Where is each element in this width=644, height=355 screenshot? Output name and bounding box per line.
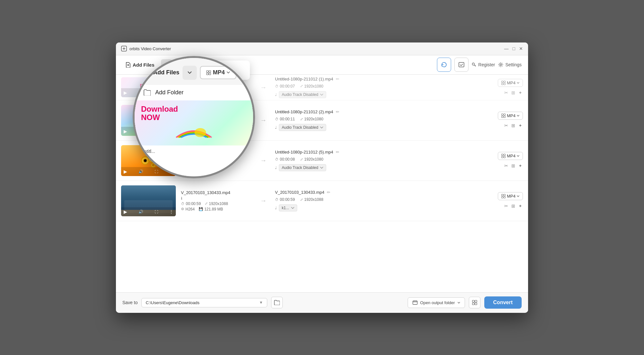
wand-button[interactable]: ✦ <box>518 89 523 96</box>
dropdown-chevron-icon <box>320 94 323 96</box>
calendar-icon <box>412 300 418 305</box>
play-icon[interactable]: ▶ <box>124 169 127 174</box>
input-codec: H264 <box>185 207 195 211</box>
browse-folder-button[interactable] <box>271 297 283 308</box>
open-output-folder-button[interactable]: Open output folder <box>408 297 465 308</box>
file-info-4: V_20170103_130433.mp4 ℹ ⏱ 00:00:59 ⤢ <box>181 190 252 211</box>
svg-rect-36 <box>207 70 209 72</box>
mag-add-file-icon <box>144 69 151 76</box>
wand-button[interactable]: ✦ <box>518 122 523 129</box>
edit-settings-button[interactable]: ⊞ <box>511 203 516 209</box>
input-filename: V_20170103_130433.mp4 <box>181 190 249 195</box>
mag-add-files: Add Files <box>144 69 179 76</box>
format-col-1: MP4 ✂ ⊞ ✦ <box>484 79 523 96</box>
output-resolution: 1920x1088 <box>304 197 323 202</box>
add-file-icon <box>126 62 131 68</box>
codec-icon: ⚙ <box>181 207 184 211</box>
checkmark-button[interactable] <box>454 58 469 72</box>
checkmark-icon <box>459 62 464 67</box>
mag-dropdown-btn[interactable] <box>183 66 197 80</box>
audio-icon: ♩ <box>275 165 277 170</box>
output-format-button[interactable]: MP4 <box>498 152 523 160</box>
cut-icon-button[interactable]: ✂ <box>504 203 509 209</box>
svg-point-7 <box>500 64 502 66</box>
mag-add-folder-label: Add Folder <box>155 89 184 96</box>
play-icon[interactable]: ▶ <box>124 209 127 214</box>
audio-icon: ♩ <box>275 92 277 97</box>
cut-icon-button[interactable]: ✂ <box>504 89 509 96</box>
cut-icon-button[interactable]: ✂ <box>504 163 509 169</box>
arrow-2: → <box>257 117 270 124</box>
output-format-button[interactable]: MP4 <box>498 112 523 120</box>
edit-icon[interactable]: ✏ <box>336 77 339 81</box>
refresh-button[interactable] <box>437 58 451 72</box>
edit-icon[interactable]: ✏ <box>327 190 330 195</box>
output-duration: 00:00:08 <box>280 157 295 162</box>
svg-rect-28 <box>504 194 506 196</box>
output-info-4: V_20170103_130433.mp4 ✏ ⏱ 00:00:59 ⤢ 192… <box>275 190 479 211</box>
svg-rect-16 <box>504 116 506 118</box>
audio-track-label: Audio Track Disabled <box>282 92 318 97</box>
play-icon[interactable]: ▶ <box>124 90 127 95</box>
mag-add-folder-item[interactable]: Add Folder <box>135 85 253 100</box>
edit-icon[interactable]: ✏ <box>336 109 339 114</box>
format-col-4: MP4 ✂ ⊞ ✦ <box>484 192 523 209</box>
maximize-button[interactable]: □ <box>513 46 515 51</box>
mag-rainbow-svg <box>175 123 213 139</box>
mag-toolbar: Add Files MP4 <box>135 58 253 84</box>
svg-rect-27 <box>502 194 503 196</box>
path-dropdown-icon[interactable]: ▼ <box>259 300 263 305</box>
format-grid-icon <box>501 114 506 118</box>
svg-rect-13 <box>502 114 503 116</box>
settings-button[interactable]: Settings <box>498 62 522 67</box>
mag-format-chevron-icon <box>227 71 230 74</box>
minimize-button[interactable]: — <box>504 46 509 51</box>
wand-button[interactable]: ✦ <box>518 203 523 209</box>
format-chevron-down-icon <box>517 115 519 117</box>
audio-dropdown[interactable]: Audio Track Disabled <box>279 124 326 131</box>
audio-track-selector: ♩ Audio Track Disabled <box>275 91 479 98</box>
mag-format-grid-icon <box>206 70 211 75</box>
resize-icon-out: ⤢ <box>300 84 303 88</box>
output-filename: Untitled-1080p-211012 (2).mp4 <box>275 109 333 114</box>
output-format-button[interactable]: MP4 <box>498 79 523 87</box>
edit-icon[interactable]: ✏ <box>336 150 339 154</box>
edit-settings-button[interactable]: ⊞ <box>511 163 516 169</box>
arrow-4: → <box>257 197 270 204</box>
view-grid-button[interactable] <box>469 297 480 308</box>
cut-icon-button[interactable]: ✂ <box>504 122 509 129</box>
convert-button[interactable]: Convert <box>484 296 522 309</box>
close-button[interactable]: ✕ <box>519 46 523 51</box>
resize-icon-out: ⤢ <box>300 157 303 162</box>
open-output-folder-label: Open output folder <box>420 300 455 305</box>
svg-rect-5 <box>459 62 464 67</box>
audio-dropdown[interactable]: Audio Track Disabled <box>279 91 326 98</box>
edit-settings-button[interactable]: ⊞ <box>511 122 516 129</box>
svg-rect-25 <box>502 156 503 158</box>
format-grid-icon <box>501 81 506 85</box>
svg-rect-11 <box>504 83 506 85</box>
svg-rect-26 <box>504 156 506 158</box>
audio-track-label: k1... <box>282 206 289 210</box>
register-button[interactable]: Register <box>472 62 495 67</box>
app-icon <box>121 46 127 51</box>
mag-format-btn[interactable]: MP4 <box>200 66 236 79</box>
output-info-3: Untitled-1080p-211012 (5).mp4 ✏ ⏱ 00:00:… <box>275 150 479 171</box>
format-chevron-down-icon <box>517 155 519 157</box>
mag-chevron-down-icon <box>187 71 192 74</box>
info-icon: ℹ <box>181 196 182 201</box>
play-icon[interactable]: ▶ <box>124 129 127 134</box>
audio-track-selector: ♩ k1... <box>275 204 479 211</box>
wand-button[interactable]: ✦ <box>518 163 523 169</box>
fullscreen-icon[interactable]: ⛶ <box>155 210 158 214</box>
volume-icon[interactable]: 🔊 <box>138 210 143 214</box>
svg-rect-24 <box>504 154 506 156</box>
resize-icon-out: ⤢ <box>300 117 303 121</box>
svg-rect-37 <box>209 70 211 72</box>
edit-settings-button[interactable]: ⊞ <box>511 89 516 96</box>
output-resolution: 1920x1080 <box>304 117 323 121</box>
audio-dropdown[interactable]: k1... <box>279 204 297 211</box>
audio-dropdown[interactable]: Audio Track Disabled <box>279 164 326 171</box>
more-icon[interactable]: ⋮ <box>169 210 173 214</box>
output-format-button[interactable]: MP4 <box>498 192 523 200</box>
